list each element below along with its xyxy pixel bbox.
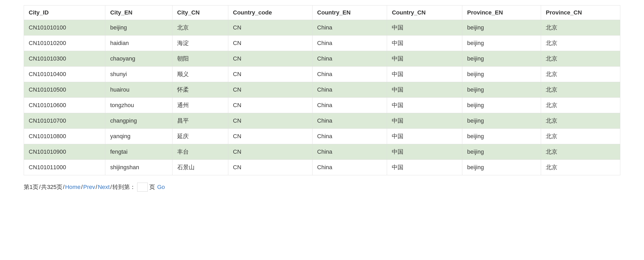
table-cell: 中国 bbox=[387, 36, 462, 51]
table-cell: tongzhou bbox=[105, 98, 172, 113]
table-cell: 延庆 bbox=[172, 129, 228, 144]
table-cell: 中国 bbox=[387, 113, 462, 129]
column-header: City_EN bbox=[105, 6, 172, 20]
table-cell: beijing bbox=[462, 160, 541, 175]
column-header: City_ID bbox=[24, 6, 105, 20]
table-cell: 北京 bbox=[541, 98, 620, 113]
table-cell: CN101010900 bbox=[24, 144, 105, 160]
table-cell: China bbox=[312, 129, 387, 144]
table-cell: yanqing bbox=[105, 129, 172, 144]
home-link[interactable]: Home bbox=[65, 184, 81, 191]
table-cell: shunyi bbox=[105, 67, 172, 82]
table-row: CN101010100beijing北京CNChina中国beijing北京 bbox=[24, 20, 620, 36]
table-header: City_IDCity_ENCity_CNCountry_codeCountry… bbox=[24, 6, 620, 20]
table-row: CN101010500huairou怀柔CNChina中国beijing北京 bbox=[24, 82, 620, 98]
table-cell: 中国 bbox=[387, 51, 462, 67]
table-cell: China bbox=[312, 113, 387, 129]
table-cell: chaoyang bbox=[105, 51, 172, 67]
table-cell: 中国 bbox=[387, 20, 462, 36]
table-cell: CN bbox=[228, 98, 312, 113]
table-cell: 中国 bbox=[387, 144, 462, 160]
table-cell: 中国 bbox=[387, 98, 462, 113]
table-cell: CN bbox=[228, 51, 312, 67]
table-cell: 丰台 bbox=[172, 144, 228, 160]
pagination-bar: 第1页/ 共325页/ Home/ Prev/ Next/ 转到第： 页 Go bbox=[24, 183, 620, 192]
table-cell: CN101010600 bbox=[24, 98, 105, 113]
table-cell: huairou bbox=[105, 82, 172, 98]
table-cell: China bbox=[312, 144, 387, 160]
separator: / bbox=[39, 184, 41, 191]
table-cell: China bbox=[312, 82, 387, 98]
table-cell: CN bbox=[228, 144, 312, 160]
prev-link[interactable]: Prev bbox=[83, 184, 95, 191]
table-cell: CN bbox=[228, 160, 312, 175]
table-cell: China bbox=[312, 98, 387, 113]
table-cell: CN101010200 bbox=[24, 36, 105, 51]
table-cell: CN101010500 bbox=[24, 82, 105, 98]
table-cell: 中国 bbox=[387, 67, 462, 82]
next-link[interactable]: Next bbox=[98, 184, 110, 191]
column-header: City_CN bbox=[172, 6, 228, 20]
table-cell: 顺义 bbox=[172, 67, 228, 82]
table-cell: 朝阳 bbox=[172, 51, 228, 67]
table-cell: 中国 bbox=[387, 129, 462, 144]
table-cell: CN101011000 bbox=[24, 160, 105, 175]
table-header-row: City_IDCity_ENCity_CNCountry_codeCountry… bbox=[24, 6, 620, 20]
table-cell: beijing bbox=[462, 20, 541, 36]
table-cell: CN101010700 bbox=[24, 113, 105, 129]
goto-label: 转到第： bbox=[112, 183, 136, 191]
table-body: CN101010100beijing北京CNChina中国beijing北京CN… bbox=[24, 20, 620, 175]
table-cell: CN bbox=[228, 113, 312, 129]
table-cell: 怀柔 bbox=[172, 82, 228, 98]
table-cell: beijing bbox=[462, 144, 541, 160]
goto-page-input[interactable] bbox=[137, 183, 148, 192]
page-unit-label: 页 bbox=[149, 183, 155, 191]
table-cell: beijing bbox=[105, 20, 172, 36]
table-cell: CN bbox=[228, 20, 312, 36]
table-cell: 北京 bbox=[541, 36, 620, 51]
table-cell: beijing bbox=[462, 129, 541, 144]
table-cell: China bbox=[312, 67, 387, 82]
table-cell: haidian bbox=[105, 36, 172, 51]
table-row: CN101010200haidian海淀CNChina中国beijing北京 bbox=[24, 36, 620, 51]
separator: / bbox=[63, 184, 65, 191]
table-cell: 昌平 bbox=[172, 113, 228, 129]
current-page-number: 1 bbox=[29, 184, 33, 191]
table-cell: China bbox=[312, 51, 387, 67]
table-cell: 石景山 bbox=[172, 160, 228, 175]
total-pages-prefix: 共 bbox=[41, 183, 47, 191]
table-cell: 北京 bbox=[541, 82, 620, 98]
table-cell: fengtai bbox=[105, 144, 172, 160]
separator: / bbox=[96, 184, 97, 191]
table-cell: 北京 bbox=[541, 160, 620, 175]
table-cell: beijing bbox=[462, 51, 541, 67]
table-cell: 北京 bbox=[172, 20, 228, 36]
separator: / bbox=[110, 184, 112, 191]
column-header: Country_CN bbox=[387, 6, 462, 20]
table-row: CN101011000shijingshan石景山CNChina中国beijin… bbox=[24, 160, 620, 175]
table-cell: CN bbox=[228, 36, 312, 51]
separator: / bbox=[81, 184, 83, 191]
table-cell: 北京 bbox=[541, 20, 620, 36]
table-cell: CN101010100 bbox=[24, 20, 105, 36]
go-link[interactable]: Go bbox=[157, 184, 165, 191]
table-row: CN101010400shunyi顺义CNChina中国beijing北京 bbox=[24, 67, 620, 82]
table-cell: 北京 bbox=[541, 113, 620, 129]
table-cell: China bbox=[312, 160, 387, 175]
table-row: CN101010800yanqing延庆CNChina中国beijing北京 bbox=[24, 129, 620, 144]
column-header: Country_code bbox=[228, 6, 312, 20]
total-pages-suffix: 页 bbox=[57, 183, 62, 191]
table-cell: 北京 bbox=[541, 129, 620, 144]
column-header: Province_EN bbox=[462, 6, 541, 20]
table-cell: beijing bbox=[462, 67, 541, 82]
column-header: Country_EN bbox=[312, 6, 387, 20]
city-table: City_IDCity_ENCity_CNCountry_codeCountry… bbox=[24, 5, 620, 175]
table-cell: beijing bbox=[462, 82, 541, 98]
table-cell: China bbox=[312, 36, 387, 51]
table-cell: 中国 bbox=[387, 82, 462, 98]
table-cell: CN101010300 bbox=[24, 51, 105, 67]
table-row: CN101010900fengtai丰台CNChina中国beijing北京 bbox=[24, 144, 620, 160]
table-row: CN101010600tongzhou通州CNChina中国beijing北京 bbox=[24, 98, 620, 113]
table-row: CN101010700changping昌平CNChina中国beijing北京 bbox=[24, 113, 620, 129]
table-cell: beijing bbox=[462, 98, 541, 113]
